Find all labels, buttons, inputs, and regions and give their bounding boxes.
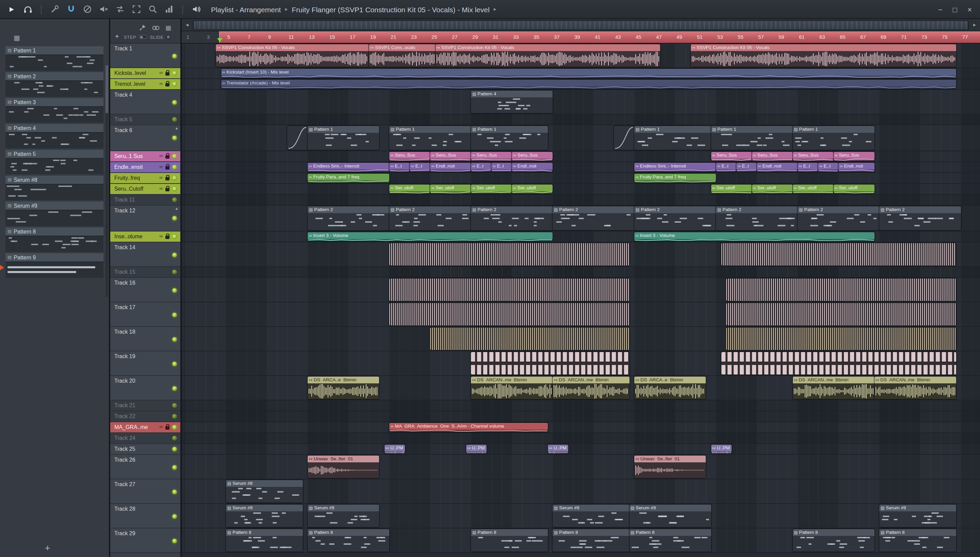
clip-seru-sus[interactable]: ∞Seru..Sus <box>752 152 792 161</box>
clip-u-pm[interactable]: ↦U..PM <box>547 445 568 453</box>
grid-row-track-25[interactable]: ↦U..PM↦U..PM↦U..PM↦U..PM <box>182 444 980 455</box>
pattern-item-pattern-9[interactable]: ▤Pattern 9 <box>5 253 104 278</box>
pattern-item-pattern-1[interactable]: ▤Pattern 1 <box>5 46 104 71</box>
clip-stripes[interactable] <box>430 327 629 350</box>
clip-serum-9[interactable]: ▤Serum #9 <box>629 505 711 527</box>
grid-row-endle-ensit[interactable]: ∞Endless Smi..- Intensit∞E..t∞E..t∞Endl.… <box>182 162 980 173</box>
clip-endl-nsit[interactable]: ∞Endl..nsit <box>839 163 874 172</box>
track-row-track-16[interactable]: Track 16 <box>110 278 180 302</box>
grid-row-track-6[interactable]: ▤Pattern 1▤Pattern 1▤Pattern 1▤Pattern 1… <box>182 125 980 151</box>
clip-ssvp1-construction-kit-05-vocals[interactable]: ↦SSVP1 Construction Kit 05 - Vocals <box>435 44 660 67</box>
meter-icon[interactable] <box>163 3 175 15</box>
clip-pattern-8[interactable]: ▤Pattern 8 <box>471 529 547 552</box>
clip-pattern-8[interactable]: ▤Pattern 8 <box>629 529 711 552</box>
clip-seru-sus[interactable]: ∞Seru..Sus <box>430 152 471 161</box>
clip-ds-arca-e-bbmin[interactable]: ↦DS_ARCA..e_Bbmin <box>634 376 706 399</box>
track-led[interactable] <box>172 436 177 441</box>
pattern-item-serum-9[interactable]: ▤Serum #9 <box>5 202 104 226</box>
clip-e-t[interactable]: ∞E..t <box>410 163 430 172</box>
track-led[interactable] <box>172 288 177 293</box>
clip-pattern-8[interactable]: ▤Pattern 8 <box>553 529 629 552</box>
collapse-arrow-icon[interactable]: ▴ <box>175 126 178 130</box>
clip-ser-utoff[interactable]: ∞Ser..utoff <box>512 184 553 194</box>
clip-curve[interactable] <box>287 126 308 150</box>
clip-blocks[interactable] <box>721 352 956 375</box>
clip-endless-smi-intensit[interactable]: ∞Endless Smi..- Intensit <box>634 163 716 172</box>
track-led[interactable] <box>172 539 177 543</box>
track-led[interactable] <box>172 197 177 202</box>
monitor-speaker-icon[interactable] <box>191 3 202 15</box>
clip-pattern-1[interactable]: ▤Pattern 1 <box>389 126 471 150</box>
track-row-ma-gra-me[interactable]: MA_GRA..me∞ <box>110 422 180 433</box>
clip-ma-gra-ambience-one-s-a-m-channel-volume[interactable]: ∞MA_GRA_Ambience_One_S..A#m - Channel vo… <box>389 423 547 432</box>
clip-endl-nsit[interactable]: ∞Endl..nsit <box>757 163 798 172</box>
pattern-list-scrollbar[interactable] <box>105 65 108 297</box>
clip-fruity-para-and-7-freq[interactable]: ∞Fruity Para..and 7 freq <box>308 174 389 182</box>
clip-seru-sus[interactable]: ∞Seru..Sus <box>711 152 752 161</box>
pattern-item-pattern-4[interactable]: ▤Pattern 4 <box>5 124 104 148</box>
track-led[interactable] <box>172 187 177 191</box>
track-led[interactable] <box>172 71 177 76</box>
clip-pattern-1[interactable]: ▤Pattern 1 <box>792 126 874 150</box>
clip-ser-utoff[interactable]: ∞Ser..utoff <box>471 184 512 194</box>
track-row-inse-olume[interactable]: Inse..olume∞ <box>110 231 180 243</box>
clip-pattern-8[interactable]: ▤Pattern 8 <box>879 529 956 552</box>
track-row-track-21[interactable]: Track 21 <box>110 401 180 411</box>
add-pattern-button[interactable]: + <box>45 543 50 553</box>
clip-ds-arcan-me-bbmin[interactable]: ↦DS_ARCAN..me_Bbmin <box>792 376 874 399</box>
paint-tool-icon[interactable] <box>139 22 146 34</box>
clip-seru-sus[interactable]: ∞Seru..Sus <box>471 152 512 161</box>
zoom-icon[interactable] <box>147 3 159 15</box>
track-led[interactable] <box>172 154 177 159</box>
track-row-track-15[interactable]: Track 15 <box>110 267 180 278</box>
grid-row-track-16[interactable] <box>182 278 980 302</box>
clip-e-t[interactable]: ∞E..t <box>389 163 410 172</box>
clip-seru-sus[interactable]: ∞Seru..Sus <box>389 152 430 161</box>
clip-ds-arcan-me-bbmin[interactable]: ↦DS_ARCAN..me_Bbmin <box>553 376 629 399</box>
grid-row-track-5[interactable] <box>182 114 980 125</box>
track-led[interactable] <box>172 425 177 430</box>
clip-u-pm[interactable]: ↦U..PM <box>384 445 405 453</box>
track-row-track-24[interactable]: Track 24 <box>110 433 180 444</box>
track-row-track-28[interactable]: Track 28 <box>110 504 180 528</box>
breadcrumb-segment[interactable]: Fruity Flanger (SSVP1 Construction Kit 0… <box>292 5 489 13</box>
clip-pattern-4[interactable]: ▤Pattern 4 <box>471 91 553 113</box>
main-menu-icon[interactable] <box>5 3 17 15</box>
pattern-item-pattern-2[interactable]: ▤Pattern 2 <box>5 72 104 97</box>
clip-ssvp1-cons-ocals[interactable]: ↦SSVP1 Cons..ocals <box>369 44 435 67</box>
clip-pattern-8[interactable]: ▤Pattern 8 <box>226 529 302 552</box>
clip-stripes[interactable] <box>389 243 629 265</box>
clip-seru-sus[interactable]: ∞Seru..Sus <box>833 152 874 161</box>
grid-row-track-1[interactable]: ↦SSVP1 Construction Kit 05 - Vocals↦SSVP… <box>182 44 980 68</box>
track-led[interactable] <box>172 313 177 317</box>
track-led[interactable] <box>172 216 177 221</box>
clip-ser-utoff[interactable]: ∞Ser..utoff <box>389 184 430 194</box>
clip-stripes[interactable] <box>389 278 629 301</box>
mute-speaker-icon[interactable] <box>98 3 110 15</box>
track-row-track-6[interactable]: Track 6▴ <box>110 125 180 151</box>
grid-row-track-17[interactable] <box>182 302 980 327</box>
clip-insert-3-volume[interactable]: ∞Insert 3 - Volume <box>634 232 874 241</box>
track-row-track-4[interactable]: Track 4 <box>110 90 180 114</box>
track-led[interactable] <box>172 165 177 169</box>
grid-row-seru-1-sus[interactable]: ∞Seru..Sus∞Seru..Sus∞Seru..Sus∞Seru..Sus… <box>182 151 980 162</box>
track-led[interactable] <box>172 54 177 59</box>
track-row-track-11[interactable]: Track 11 <box>110 195 180 206</box>
grid-row-track-20[interactable]: ↦DS_ARCA..e_Bbmin↦DS_ARCAN..me_Bbmin↦DS_… <box>182 376 980 401</box>
collapse-arrow-icon[interactable]: ▴ <box>175 206 178 210</box>
track-row-fruity-freq[interactable]: Fruity..freq∞ <box>110 173 180 184</box>
close-button[interactable]: × <box>967 5 972 13</box>
clip-unwav-se-fter-01[interactable]: ↦Unwav_Se..fter_01 <box>634 456 706 478</box>
track-row-track-1[interactable]: Track 1 <box>110 44 180 68</box>
grid-row-track-4[interactable]: ▤Pattern 4 <box>182 90 980 114</box>
track-led[interactable] <box>172 234 177 239</box>
clip-e-t[interactable]: ∞E..t <box>737 163 757 172</box>
clip-stripes[interactable] <box>721 243 956 265</box>
track-row-tremol-level[interactable]: Tremol..level∞ <box>110 79 180 90</box>
clip-pattern-1[interactable]: ▤Pattern 1 <box>711 126 792 150</box>
clip-ssvp1-construction-kit-05-vocals[interactable]: ↦SSVP1 Construction Kit 05 - Vocals <box>216 44 369 67</box>
track-led[interactable] <box>172 252 177 257</box>
pattern-item-serum-8[interactable]: ▤Serum #8 <box>5 176 104 200</box>
track-row-track-17[interactable]: Track 17 <box>110 302 180 327</box>
clip-pattern-2[interactable]: ▤Pattern 2 <box>389 206 471 230</box>
